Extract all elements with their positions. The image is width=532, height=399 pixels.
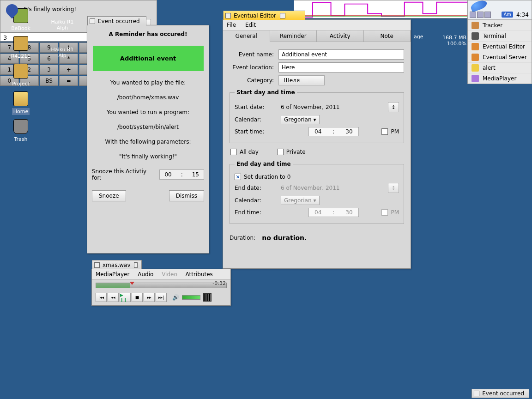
start-time-spinner[interactable]: 04:30	[308, 127, 359, 136]
tab-reminder[interactable]: Reminder	[270, 30, 317, 42]
run-program-label: You wanted to run a program:	[92, 109, 204, 115]
window-title-tab[interactable]: Event occurred	[87, 16, 146, 25]
calc-key-+[interactable]: +	[59, 65, 78, 75]
zoom-icon[interactable]	[134, 262, 138, 268]
start-time-fieldset: Start day and time Start date:6 of Novem…	[230, 89, 404, 143]
event-location-input[interactable]	[278, 62, 404, 73]
duration-label: Duration:	[230, 235, 255, 241]
end-calendar-value: Gregorian	[284, 197, 312, 204]
tray-icon[interactable]	[470, 12, 476, 18]
seek-bar[interactable]	[96, 283, 227, 288]
end-date-value: 6 of November, 2011	[281, 185, 339, 191]
window-title: Event occurred	[98, 18, 140, 24]
close-icon[interactable]	[90, 18, 95, 24]
deskbar-item-alert[interactable]: alert	[468, 62, 532, 73]
clock[interactable]: 4:34	[516, 12, 529, 18]
calendar-picker-button[interactable]: ↕	[388, 102, 399, 112]
calc-key-BS[interactable]: BS	[40, 76, 59, 86]
tab-general[interactable]: General	[223, 30, 270, 42]
deskbar-item-tracker[interactable]: Tracker	[468, 20, 532, 30]
set-duration-zero-label: Set duration to 0	[244, 174, 290, 180]
close-icon[interactable]	[474, 391, 479, 396]
end-time-label: End time:	[235, 209, 281, 216]
desktop-icon-haiku2[interactable]: Haiku R1 Alp	[46, 46, 79, 59]
window-title-tab[interactable]: Eventual Editor	[223, 11, 305, 20]
start-minute: 30	[340, 127, 358, 136]
snooze-time-spinner[interactable]: 00:15	[159, 169, 204, 180]
menu-bar: MediaPlayer Audio Video Attributes	[92, 269, 230, 280]
pm-label: PM	[391, 128, 399, 135]
desktop-icon-project[interactable]: Project	[5, 64, 37, 87]
eventual-editor-window: Eventual Editor File Edit General Remind…	[223, 19, 411, 269]
deskbar-item-label: Tracker	[483, 22, 502, 29]
calc-key-3[interactable]: 3	[40, 65, 59, 75]
play-file-label: You wanted to play the file:	[92, 79, 204, 86]
icon-label: Home	[12, 108, 30, 115]
leaf-menu-icon[interactable]	[470, 0, 488, 12]
skip-back-button[interactable]: |◂◂	[96, 293, 107, 302]
keyboard-layout-badge[interactable]: Am	[502, 12, 513, 18]
event-name-input[interactable]	[278, 49, 404, 60]
deskbar: Am 4:34 Tracker Terminal Eventual Editor…	[467, 0, 532, 84]
desktop-icon-trash[interactable]: Trash	[5, 119, 37, 143]
params-label: With the following parameters:	[92, 139, 204, 145]
calendar-value: Gregorian	[284, 116, 312, 123]
start-date-value: 6 of November, 2011	[281, 104, 339, 110]
deskbar-item-mediaplayer[interactable]: MediaPlayer	[468, 73, 532, 84]
speaker-icon: 🔊	[172, 294, 179, 301]
app-icon	[472, 32, 479, 40]
tray-icon[interactable]	[484, 12, 491, 18]
menu-file[interactable]: File	[227, 22, 236, 28]
menu-edit[interactable]: Edit	[245, 22, 256, 28]
network-graph	[294, 0, 469, 18]
window-title-tab[interactable]: xmas.wav	[92, 260, 142, 269]
desktop-icon-r42211[interactable]: R42211	[5, 36, 37, 60]
desktop-icon-haiku1[interactable]: Haiku R1 Alph	[46, 18, 79, 31]
deskbar-item-terminal[interactable]: Terminal	[468, 30, 532, 41]
desktop-icon-home[interactable]: Home	[5, 91, 37, 115]
chevron-down-icon: ▾	[314, 116, 316, 123]
deskbar-item-label: Eventual Server	[483, 54, 527, 60]
zoom-icon[interactable]	[280, 13, 285, 18]
calendar-dropdown[interactable]: Gregorian ▾	[281, 115, 320, 124]
mediaplayer-window: xmas.wav MediaPlayer Audio Video Attribu…	[91, 269, 231, 306]
tab-note[interactable]: Note	[364, 30, 411, 42]
private-checkbox[interactable]: Private	[277, 149, 306, 155]
start-pm-checkbox[interactable]: PM	[381, 128, 399, 135]
deskbar-item-eventual-editor[interactable]: Eventual Editor	[468, 41, 532, 52]
duration-value: no duration.	[262, 234, 307, 242]
play-pause-button[interactable]: ▶ ❙❙	[120, 293, 131, 302]
skip-forward-button[interactable]: ▸▸|	[156, 293, 167, 302]
reminder-heading: A Reminder has occured!	[92, 31, 204, 37]
deskbar-item-label: Eventual Editor	[483, 43, 525, 50]
allday-checkbox[interactable]: All day	[230, 149, 259, 155]
tray-icon[interactable]	[477, 12, 484, 18]
playlist-button[interactable]	[203, 293, 212, 302]
app-icon	[472, 43, 479, 50]
snooze-button[interactable]: Snooze	[92, 190, 126, 201]
stop-button[interactable]: ■	[132, 293, 143, 302]
end-calendar-dropdown: Gregorian ▾	[281, 196, 320, 205]
volume-slider[interactable]	[182, 295, 200, 300]
net-pct: 100.0%	[406, 41, 466, 47]
close-icon[interactable]	[225, 13, 231, 18]
category-dropdown[interactable]: Шеля	[278, 75, 325, 85]
tab-activity[interactable]: Activity	[317, 30, 364, 42]
end-hour: 04	[309, 208, 327, 217]
icon-label: BeBook	[10, 25, 32, 32]
play-file-path: /boot/home/xmas.wav	[92, 94, 204, 101]
icon-label: R42211	[10, 53, 32, 60]
menu-audio[interactable]: Audio	[138, 271, 153, 278]
set-duration-zero-checkbox[interactable]: Set duration to 0	[235, 174, 290, 180]
window-title-tab[interactable]: Event occurred	[472, 389, 529, 398]
menu-attributes[interactable]: Attributes	[186, 271, 213, 278]
dismiss-button[interactable]: Dismiss	[169, 190, 204, 201]
rewind-button[interactable]: ◂◂	[108, 293, 119, 302]
app-icon	[472, 54, 479, 61]
forward-button[interactable]: ▸▸	[144, 293, 155, 302]
icon-label: Project	[11, 80, 31, 87]
menu-mediaplayer[interactable]: MediaPlayer	[96, 271, 129, 278]
close-icon[interactable]	[94, 262, 100, 268]
tray-icons	[470, 12, 491, 18]
deskbar-item-eventual-server[interactable]: Eventual Server	[468, 52, 532, 62]
